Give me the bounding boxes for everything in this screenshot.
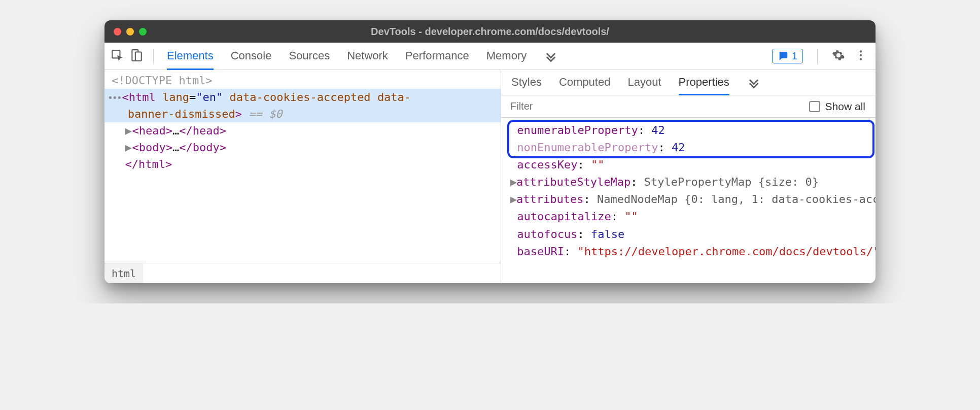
separator	[817, 49, 818, 64]
feedback-count: 1	[792, 50, 797, 62]
separator	[153, 49, 154, 64]
tab-console[interactable]: Console	[231, 43, 272, 70]
property-row[interactable]: ▶attributeStyleMap: StylePropertyMap {si…	[510, 174, 876, 191]
side-panel: Styles Computed Layout Properties Show a…	[501, 70, 876, 283]
doctype[interactable]: <!DOCTYPE html>	[112, 74, 213, 87]
properties-list[interactable]: enumerableProperty: 42 nonEnumerableProp…	[501, 118, 876, 283]
tab-network[interactable]: Network	[347, 43, 388, 70]
svg-point-3	[860, 50, 862, 52]
dom-tree[interactable]: <!DOCTYPE html> •••<html lang="en" data-…	[104, 70, 501, 263]
tab-properties[interactable]: Properties	[679, 71, 729, 95]
tab-sources[interactable]: Sources	[289, 43, 330, 70]
panels: <!DOCTYPE html> •••<html lang="en" data-…	[104, 70, 876, 283]
svg-point-4	[860, 54, 862, 56]
breadcrumb: html	[104, 263, 501, 283]
tabs-overflow-icon[interactable]	[544, 43, 558, 70]
dom-body-element[interactable]: ▶<body>…</body>	[104, 139, 501, 156]
show-all-label: Show all	[825, 100, 865, 113]
zoom-button[interactable]	[139, 28, 147, 36]
tab-memory[interactable]: Memory	[486, 43, 527, 70]
property-row[interactable]: autocapitalize: ""	[510, 208, 876, 225]
main-tabs: Elements Console Sources Network Perform…	[161, 43, 770, 70]
property-row[interactable]: nonEnumerableProperty: 42	[510, 139, 876, 156]
filter-input[interactable]	[510, 100, 802, 112]
tab-performance[interactable]: Performance	[405, 43, 469, 70]
inspect-element-icon[interactable]	[111, 49, 124, 64]
elements-panel: <!DOCTYPE html> •••<html lang="en" data-…	[104, 70, 501, 283]
tab-layout[interactable]: Layout	[627, 71, 661, 95]
filter-row: Show all	[501, 95, 876, 118]
main-toolbar: Elements Console Sources Network Perform…	[104, 43, 876, 70]
dom-html-close[interactable]: </html>	[104, 156, 501, 173]
tab-elements[interactable]: Elements	[167, 43, 214, 70]
side-tabs-overflow-icon[interactable]	[747, 71, 761, 95]
property-row[interactable]: accessKey: ""	[510, 156, 876, 174]
svg-point-5	[860, 58, 862, 60]
breadcrumb-html[interactable]: html	[104, 263, 143, 283]
side-tabs: Styles Computed Layout Properties	[501, 70, 876, 95]
tab-styles[interactable]: Styles	[511, 71, 542, 95]
device-toggle-icon[interactable]	[130, 49, 143, 64]
show-all-toggle[interactable]: Show all	[809, 100, 865, 113]
titlebar: DevTools - developer.chrome.com/docs/dev…	[104, 20, 876, 43]
svg-rect-2	[135, 52, 142, 60]
close-button[interactable]	[114, 28, 121, 36]
property-row[interactable]: ▶attributes: NamedNodeMap {0: lang, 1: d…	[510, 191, 876, 208]
tab-computed[interactable]: Computed	[559, 71, 611, 95]
dom-html-element[interactable]: •••<html lang="en" data-cookies-accepted…	[104, 89, 501, 122]
property-row[interactable]: autofocus: false	[510, 226, 876, 243]
traffic-lights	[114, 28, 147, 36]
property-row[interactable]: baseURI: "https://developer.chrome.com/d…	[510, 243, 876, 260]
gear-icon[interactable]	[832, 49, 845, 64]
minimize-button[interactable]	[126, 28, 134, 36]
dom-head-element[interactable]: ▶<head>…</head>	[104, 122, 501, 139]
property-row[interactable]: enumerableProperty: 42	[510, 122, 876, 139]
feedback-button[interactable]: 1	[772, 49, 803, 63]
show-all-checkbox[interactable]	[809, 101, 820, 112]
kebab-icon[interactable]	[854, 49, 867, 64]
devtools-window: DevTools - developer.chrome.com/docs/dev…	[104, 20, 876, 283]
window-title: DevTools - developer.chrome.com/docs/dev…	[104, 26, 876, 38]
